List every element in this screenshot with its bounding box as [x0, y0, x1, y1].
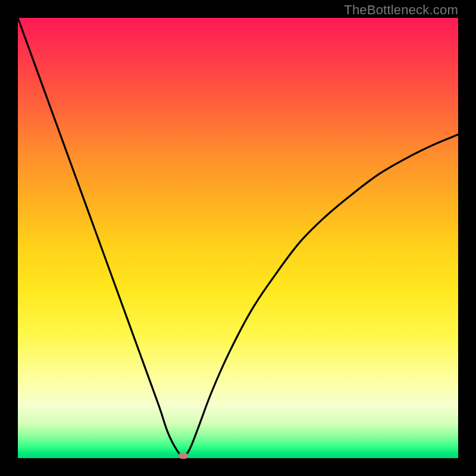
- plot-area: [18, 18, 458, 458]
- curve-svg: [18, 18, 458, 458]
- bottleneck-curve: [18, 18, 458, 456]
- watermark-text: TheBottleneck.com: [344, 2, 458, 18]
- min-marker: [178, 453, 188, 459]
- chart-frame: TheBottleneck.com: [0, 0, 476, 476]
